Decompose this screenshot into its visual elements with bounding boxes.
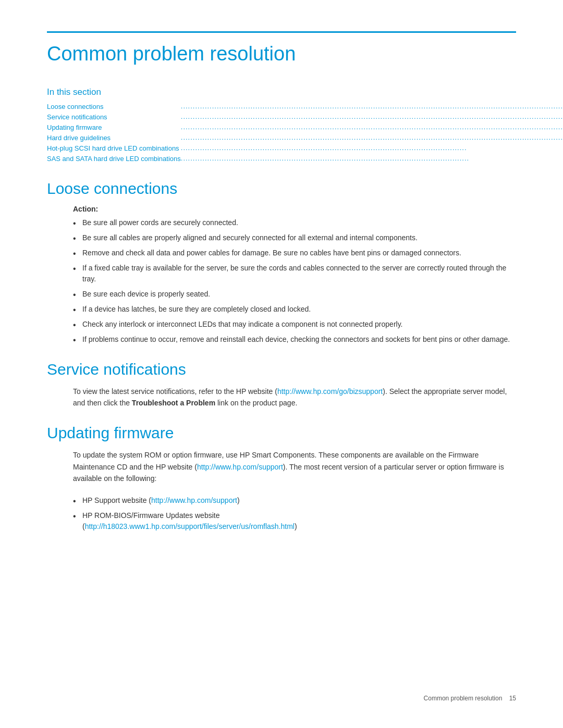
toc-row: Loose connections.......................… (47, 102, 563, 112)
updating-firmware-list: HP Support website (http://www.hp.com/su… (73, 495, 516, 532)
section-service-notifications: Service notifications To view the latest… (47, 361, 516, 409)
loose-connections-list: Be sure all power cords are securely con… (73, 217, 516, 345)
toc-dots: ........................................… (181, 154, 563, 164)
toc-row: Service notifications...................… (47, 112, 563, 122)
toc-link[interactable]: Hard drive guidelines (47, 134, 111, 142)
hp-support-link[interactable]: http://www.hp.com/support (151, 496, 237, 504)
footer: Common problem resolution 15 (424, 695, 516, 702)
toc-row: Hot-plug SCSI hard drive LED combination… (47, 143, 563, 154)
list-item: If a device has latches, be sure they ar… (73, 304, 516, 315)
toc-dots: ........................................… (181, 122, 563, 133)
hp-support-link-body[interactable]: http://www.hp.com/support (197, 463, 283, 471)
list-item: If a fixed cable tray is available for t… (73, 263, 516, 285)
updating-firmware-heading: Updating firmware (47, 424, 516, 442)
list-item: Remove and check all data and power cabl… (73, 248, 516, 258)
updating-firmware-body: To update the system ROM or option firmw… (73, 449, 516, 484)
service-notifications-body: To view the latest service notifications… (73, 386, 516, 409)
section-updating-firmware: Updating firmware To update the system R… (47, 424, 516, 532)
list-item: Be sure all cables are properly aligned … (73, 232, 516, 243)
list-item: Be sure each device is properly seated. (73, 289, 516, 300)
toc-row: Updating firmware.......................… (47, 122, 563, 133)
romflash-link[interactable]: http://h18023.www1.hp.com/support/files/… (85, 522, 295, 530)
toc-link[interactable]: Updating firmware (47, 124, 102, 131)
list-item: Check any interlock or interconnect LEDs… (73, 319, 516, 330)
toc-link[interactable]: Service notifications (47, 113, 107, 121)
in-this-section-heading: In this section (47, 87, 516, 97)
footer-text: Common problem resolution 15 (424, 695, 516, 702)
list-item: If problems continue to occur, remove an… (73, 334, 516, 345)
toc-link[interactable]: SAS and SATA hard drive LED combinations (47, 155, 181, 163)
bizsupport-link[interactable]: http://www.hp.com/go/bizsupport (277, 387, 383, 396)
in-this-section: In this section Loose connections.......… (47, 87, 516, 164)
toc-table: Loose connections.......................… (47, 102, 563, 164)
toc-dots: ........................................… (181, 112, 563, 122)
list-item: Be sure all power cords are securely con… (73, 217, 516, 228)
toc-link[interactable]: Loose connections (47, 103, 103, 110)
list-item: HP ROM-BIOS/Firmware Updates website(htt… (73, 510, 516, 532)
section-loose-connections: Loose connections Action: Be sure all po… (47, 180, 516, 345)
toc-dots: ........................................… (181, 143, 563, 154)
toc-dots: ........................................… (181, 102, 563, 112)
toc-link[interactable]: Hot-plug SCSI hard drive LED combination… (47, 144, 179, 152)
toc-dots: ........................................… (181, 133, 563, 143)
toc-row: Hard drive guidelines...................… (47, 133, 563, 143)
page-title: Common problem resolution (47, 42, 516, 66)
toc-row: SAS and SATA hard drive LED combinations… (47, 154, 563, 164)
page-title-section: Common problem resolution (47, 31, 516, 66)
loose-connections-heading: Loose connections (47, 180, 516, 198)
action-label: Action: (73, 205, 516, 213)
service-notifications-heading: Service notifications (47, 361, 516, 378)
list-item: HP Support website (http://www.hp.com/su… (73, 495, 516, 506)
